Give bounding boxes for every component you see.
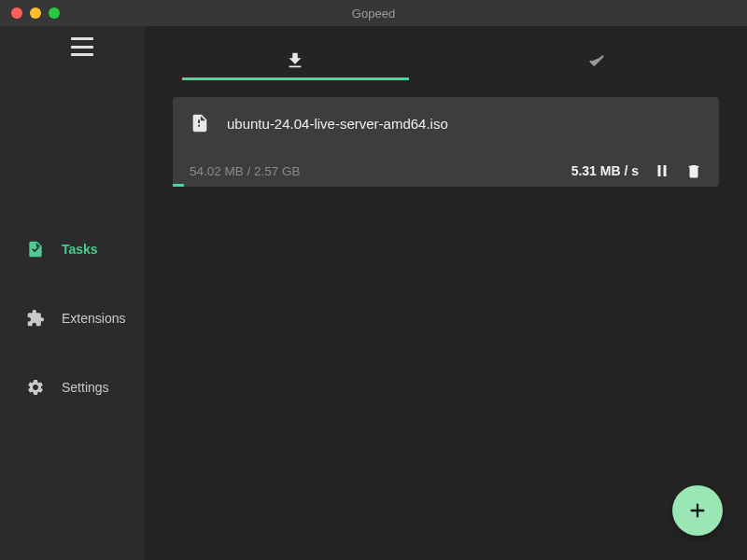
check-icon [586,50,607,71]
titlebar: Gopeed [0,0,747,26]
task-card[interactable]: ubuntu-24.04-live-server-amd64.iso 54.02… [173,97,719,187]
main-panel: ubuntu-24.04-live-server-amd64.iso 54.02… [145,26,747,560]
sidebar: Tasks Extensions Settings [0,26,145,560]
close-window-button[interactable] [11,7,22,19]
sidebar-item-extensions[interactable]: Extensions [0,298,145,339]
tab-downloading[interactable] [182,43,409,80]
window-title: Gopeed [352,7,395,21]
minimize-window-button[interactable] [30,7,41,19]
extension-icon [26,309,45,328]
sidebar-item-tasks[interactable]: Tasks [0,229,145,270]
sidebar-item-label: Extensions [62,311,125,326]
tab-bar [145,43,747,80]
pause-button[interactable] [654,162,670,179]
task-progress-text: 54.02 MB / 2.57 GB [190,164,301,178]
sidebar-item-settings[interactable]: Settings [0,367,145,408]
tasks-icon [26,240,45,259]
plus-icon [687,500,708,521]
sidebar-item-label: Settings [62,380,109,395]
task-filename: ubuntu-24.04-live-server-amd64.iso [227,116,448,132]
menu-toggle-button[interactable] [71,37,93,56]
download-icon [285,50,305,71]
window-controls [0,7,60,19]
file-archive-icon [190,110,210,136]
task-progress-bar [173,184,184,187]
tab-completed[interactable] [484,43,711,80]
task-list: ubuntu-24.04-live-server-amd64.iso 54.02… [145,80,747,203]
sidebar-item-label: Tasks [62,242,98,257]
maximize-window-button[interactable] [49,7,60,19]
add-task-button[interactable] [672,485,723,536]
gear-icon [26,378,45,397]
delete-button[interactable] [685,162,702,179]
task-speed: 5.31 MB / s [571,163,639,178]
